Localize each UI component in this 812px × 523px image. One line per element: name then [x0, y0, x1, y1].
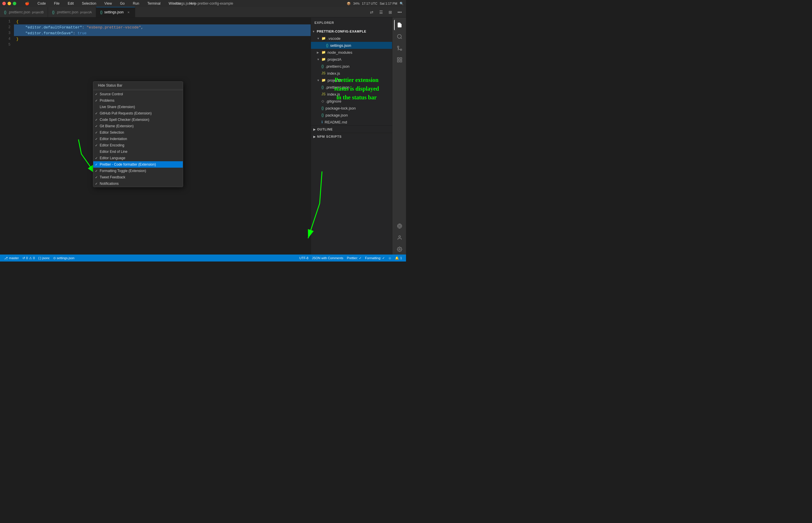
menu-editor-selection[interactable]: Editor Selection — [93, 129, 183, 136]
tree-package-lock[interactable]: {} package-lock.json — [311, 105, 392, 112]
tree-node-modules[interactable]: ▶ 📁 node_modules — [311, 49, 392, 56]
json-icon-settings: {} — [326, 43, 328, 47]
node-modules-label: node_modules — [327, 50, 352, 55]
tree-projectb-folder[interactable]: ▼ 📁 projectB — [311, 77, 392, 84]
status-prettier[interactable]: Prettier: ✓ — [345, 256, 363, 260]
js-icon-a: JS — [321, 71, 325, 75]
menu-header[interactable]: Hide Status Bar — [93, 82, 183, 90]
status-settings-json[interactable]: ⊙ settings.json — [51, 254, 76, 262]
menu-run[interactable]: Run — [131, 1, 141, 6]
close-button[interactable] — [2, 2, 6, 5]
status-file-type[interactable]: JSON with Comments — [310, 256, 345, 260]
status-encoding[interactable]: UTF-8 — [297, 256, 310, 260]
line-3: 3 — [0, 30, 14, 36]
activity-explorer[interactable] — [394, 20, 404, 30]
menu-file[interactable]: File — [52, 1, 61, 6]
menu-github-pr[interactable]: GitHub Pull Requests (Extension) — [93, 110, 183, 116]
status-errors[interactable]: ↺ 0 ⚠ 0 — [21, 254, 37, 262]
status-jsonc[interactable]: { } jsonc — [37, 254, 51, 262]
more-actions-button[interactable]: ••• — [396, 8, 404, 16]
tree-package-json[interactable]: {} package.json — [311, 112, 392, 119]
line-2: 2 — [0, 24, 14, 30]
menu-editor-indentation[interactable]: Editor Indentation — [93, 136, 183, 142]
menu-editor-eol[interactable]: Editor End of Line — [93, 148, 183, 155]
tab-settings[interactable]: {} settings.json ✕ — [96, 7, 135, 17]
menu-formatting-toggle[interactable]: Formatting Toggle (Extension) — [93, 168, 183, 174]
menu-live-share[interactable]: Live Share (Extension) — [93, 104, 183, 110]
tab-prettierrc-projectb[interactable]: {} .prettierrc.json projectB — [0, 7, 48, 17]
tree-index-js-b[interactable]: JS index.js — [311, 91, 392, 97]
menu-source-control[interactable]: Source Control — [93, 91, 183, 97]
editor-layout-button[interactable]: ⊞ — [386, 8, 394, 16]
menu-edit[interactable]: Edit — [66, 1, 75, 6]
menu-spell-checker[interactable]: Code Spell Checker (Extension) — [93, 116, 183, 123]
tree-prettierrc-b[interactable]: {} .prettierrc.json — [311, 84, 392, 91]
maximize-button[interactable] — [13, 2, 16, 5]
package-json-label: package.json — [325, 113, 348, 118]
split-editor-button[interactable]: ⇄ — [368, 8, 376, 16]
package-lock-label: package-lock.json — [325, 106, 356, 110]
menu-go[interactable]: Go — [118, 1, 126, 6]
tab-name: .prettierrc.json — [8, 10, 30, 14]
status-bell[interactable]: 🔔 1 — [393, 256, 404, 260]
activity-account[interactable] — [394, 232, 404, 243]
file-type-label: JSON with Comments — [312, 256, 343, 260]
menu-terminal[interactable]: Terminal — [146, 1, 162, 6]
line-5: 5 — [0, 42, 14, 48]
sidebar-content: ▼ PRETTIER-CONFIG-EXAMPLE ▼ 📁 .vscode {}… — [311, 28, 392, 254]
tab-close-button[interactable]: ✕ — [126, 10, 131, 15]
folder-icon-vscode: 📁 — [321, 36, 326, 40]
menu-git-blame[interactable]: Git Blame (Extension) — [93, 123, 183, 129]
outline-header[interactable]: ▶ OUTLINE — [311, 126, 392, 133]
menu-editor-language[interactable]: Editor Language — [93, 155, 183, 161]
tree-index-js-a[interactable]: JS index.js — [311, 70, 392, 77]
npm-section: ▶ NPM SCRIPTS — [311, 133, 392, 140]
status-smiley[interactable]: ☺ — [386, 256, 393, 260]
activity-search[interactable] — [394, 31, 404, 42]
menu-view[interactable]: View — [103, 1, 114, 6]
tree-readme[interactable]: ℹ README.md — [311, 119, 392, 126]
tree-prettierrc-a[interactable]: {} .prettierrc.json — [311, 63, 392, 70]
menu-code[interactable]: Code — [36, 1, 48, 6]
indent — [16, 25, 25, 30]
activity-settings[interactable] — [394, 244, 404, 254]
activity-remote[interactable] — [394, 221, 404, 231]
svg-rect-6 — [400, 60, 402, 62]
arrow-node-modules: ▶ — [317, 51, 321, 54]
vscode-label: .vscode — [327, 36, 341, 41]
menu-notifications[interactable]: Notifications — [93, 180, 183, 187]
tree-gitignore[interactable]: ◇ .gitignore — [311, 97, 392, 105]
colon-2: : — [73, 31, 77, 35]
svg-rect-5 — [400, 58, 402, 59]
npm-header[interactable]: ▶ NPM SCRIPTS — [311, 133, 392, 140]
status-formatting[interactable]: Formatting: ✓ — [363, 256, 386, 260]
tree-settings-json[interactable]: {} settings.json — [311, 42, 392, 49]
indent-2 — [16, 31, 25, 35]
search-icon[interactable]: 🔍 — [400, 2, 404, 5]
menu-editor-encoding[interactable]: Editor Encoding — [93, 142, 183, 148]
tab-project: projectB — [32, 11, 43, 14]
line-4: 4 — [0, 36, 14, 42]
tree-vscode-folder[interactable]: ▼ 📁 .vscode — [311, 35, 392, 42]
status-branch[interactable]: ⎇ master — [2, 254, 21, 262]
svg-point-0 — [397, 35, 401, 38]
toggle-sidebar-button[interactable]: ☰ — [377, 8, 385, 16]
sidebar: EXPLORER ▼ PRETTIER-CONFIG-EXAMPLE ▼ 📁 .… — [311, 17, 392, 254]
menu-apple[interactable]: 🍎 — [23, 1, 31, 6]
activity-bar — [392, 17, 406, 254]
outline-section: ▶ OUTLINE — [311, 126, 392, 133]
menu-prettier[interactable]: Prettier - Code formatter (Extension) — [93, 161, 183, 168]
notification-count: 1 — [400, 256, 402, 260]
activity-extensions[interactable] — [394, 55, 404, 65]
menu-problems[interactable]: Problems — [93, 97, 183, 104]
folder-icon-projectb: 📁 — [321, 78, 326, 82]
activity-git[interactable] — [394, 43, 404, 53]
tree-projecta-folder[interactable]: ▼ 📁 projectA — [311, 56, 392, 63]
tab-prettierrc-projecta[interactable]: {} .prettierrc.json projectA — [48, 7, 96, 17]
tree-root[interactable]: ▼ PRETTIER-CONFIG-EXAMPLE — [311, 28, 392, 35]
menu-selection[interactable]: Selection — [80, 1, 98, 6]
root-label: PRETTIER-CONFIG-EXAMPLE — [317, 30, 366, 33]
folder-icon-projecta: 📁 — [321, 57, 326, 61]
menu-tweet-feedback[interactable]: Tweet Feedback — [93, 174, 183, 180]
minimize-button[interactable] — [7, 2, 11, 5]
